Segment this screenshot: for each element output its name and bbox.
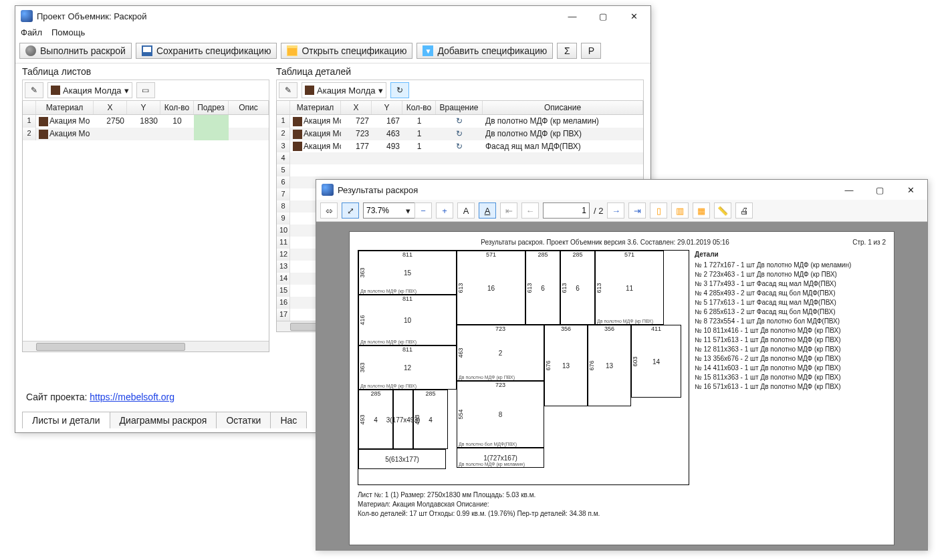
- add-spec-button[interactable]: Добавить спецификацию: [416, 43, 553, 59]
- detail-line: № 16 571x613 - 1 шт Дв полотно МДФ (кр П…: [695, 382, 851, 392]
- parts-tool-refresh[interactable]: ↻: [390, 82, 409, 98]
- tab-settings[interactable]: Нас: [270, 412, 307, 428]
- table-row[interactable]: 3 Акация Мо 177 493 1 Фасад ящ мал МДФ(П…: [277, 140, 643, 153]
- parts-title: Таблица деталей: [276, 63, 644, 80]
- p-button[interactable]: P: [581, 43, 601, 59]
- sheets-title: Таблица листов: [22, 63, 269, 80]
- maximize-button[interactable]: ▢: [588, 7, 618, 25]
- add-icon: [423, 45, 433, 56]
- close-button[interactable]: ✕: [618, 7, 649, 25]
- detail-line: № 13 356x676 - 2 шт Дв полотно МДФ (кр П…: [695, 354, 851, 364]
- rotate-icon: [456, 129, 463, 138]
- cut-piece: 1(727x167)Дв полотно МДФ (кр меламин): [457, 448, 544, 468]
- site-link[interactable]: https://mebelsoft.org: [90, 392, 174, 402]
- cut-piece: 6285613: [560, 251, 595, 325]
- cut-piece: 8723554Дв полотно бол МДФ(ПВХ): [457, 381, 544, 448]
- page-header: Результаты раскроя. Проект Объемник верс…: [358, 239, 852, 246]
- fit-width-icon[interactable]: ⬄: [320, 202, 338, 219]
- open-icon: [287, 45, 298, 56]
- detail-line: № 14 411x603 - 1 шт Дв полотно МДФ (кр П…: [695, 364, 851, 373]
- table-row[interactable]: 2 Акация Мо 723 463 1 Дв полотно МДФ (кр…: [277, 128, 643, 140]
- cut-piece: 3(177x493): [393, 390, 413, 449]
- table-row[interactable]: 4: [277, 152, 643, 164]
- sheets-tool-rect[interactable]: ▭: [136, 82, 155, 98]
- results-toolbar: ⬄ ⤢ ▾ − + A A ⇤ ← / 2 → ⇥ ▯ ▥ ▦ 📏 🖨: [316, 200, 927, 222]
- minimize-button[interactable]: —: [834, 180, 864, 199]
- prev-page-icon[interactable]: ←: [521, 202, 539, 219]
- rotate-icon: [456, 142, 463, 151]
- page-number-label: Стр. 1 из 2: [852, 239, 886, 246]
- next-page-icon[interactable]: →: [607, 202, 624, 219]
- page-input[interactable]: [543, 202, 590, 219]
- cut-piece: 12811363Дв полотно МДФ (кр ПВХ): [358, 345, 457, 390]
- tab-diagrams[interactable]: Диаграммы раскроя: [110, 412, 217, 428]
- cut-piece: 15811363Дв полотно МДФ (кр ПВХ): [358, 251, 457, 295]
- view-two-icon[interactable]: ▦: [693, 202, 710, 219]
- print-icon[interactable]: 🖨: [735, 202, 753, 219]
- run-icon: [25, 45, 36, 56]
- cut-piece: 5(613x177): [358, 449, 446, 469]
- table-row[interactable]: 1 Акация Мо 2750 1830 10: [23, 115, 269, 128]
- ruler-icon[interactable]: 📏: [714, 202, 731, 219]
- view-single-icon[interactable]: ▯: [650, 202, 667, 219]
- table-row[interactable]: 1 Акация Мо 727 167 1 Дв полотно МДФ (кр…: [277, 115, 643, 128]
- last-page-icon[interactable]: ⇥: [628, 202, 646, 219]
- sheets-hscroll[interactable]: [23, 341, 269, 352]
- detail-line: № 8 723x554 - 1 шт Дв полотно бол МДФ(ПВ…: [695, 317, 851, 326]
- results-canvas[interactable]: Результаты раскроя. Проект Объемник верс…: [316, 222, 927, 550]
- results-window: Результаты раскроя — ▢ ✕ ⬄ ⤢ ▾ − + A A ⇤…: [316, 179, 928, 551]
- cut-piece: 2723463Дв полотно МДФ (кр ПВХ): [457, 325, 544, 381]
- zoom-in-icon[interactable]: +: [436, 202, 453, 219]
- sigma-button[interactable]: Σ: [557, 43, 577, 59]
- minimize-button[interactable]: —: [557, 7, 588, 25]
- table-row[interactable]: 2 Акация Мо: [23, 128, 269, 140]
- cut-piece: 13356676: [544, 325, 588, 406]
- zoom-input[interactable]: [363, 202, 416, 219]
- sheets-table: Материал X Y Кол-во Подрез Опис 1 Акация…: [22, 101, 269, 352]
- cut-piece: 11571613Дв полотно МДФ (кр ПВХ): [595, 251, 664, 325]
- menu-file[interactable]: Файл: [21, 27, 42, 37]
- page-total: / 2: [594, 206, 603, 216]
- table-row[interactable]: 5: [277, 164, 643, 176]
- sheets-tool-pen[interactable]: ✎: [25, 82, 43, 98]
- maximize-button[interactable]: ▢: [864, 180, 895, 199]
- cut-piece: 4285493: [413, 390, 448, 449]
- open-spec-button[interactable]: Открыть спецификацию: [281, 43, 412, 59]
- text-tool-icon[interactable]: A: [457, 202, 475, 219]
- run-cut-button[interactable]: Выполнить раскрой: [19, 43, 132, 59]
- detail-line: № 11 571x613 - 1 шт Дв полотно МДФ (кр П…: [695, 335, 851, 345]
- results-title: Результаты раскроя: [338, 185, 834, 195]
- detail-line: № 3 177x493 - 1 шт Фасад ящ мал МДФ(ПВХ): [695, 279, 851, 289]
- fit-page-icon[interactable]: ⤢: [342, 202, 359, 219]
- sheets-pane: Таблица листов ✎ Акация Молда▾ ▭ Материа…: [22, 63, 269, 352]
- parts-tool-pen[interactable]: ✎: [279, 82, 298, 98]
- tab-scraps[interactable]: Остатки: [216, 412, 271, 428]
- parts-material-select[interactable]: Акация Молда▾: [302, 82, 386, 98]
- detail-line: № 12 811x363 - 1 шт Дв полотно МДФ (кр П…: [695, 345, 851, 354]
- app-icon: [322, 184, 334, 196]
- close-button[interactable]: ✕: [895, 180, 926, 199]
- save-icon: [142, 45, 152, 56]
- rotate-icon: [456, 116, 463, 126]
- main-menubar: Файл Помощь: [15, 26, 650, 39]
- menu-help[interactable]: Помощь: [51, 27, 85, 37]
- detail-line: № 5 177x613 - 1 шт Фасад ящ мал МДФ(ПВХ): [695, 298, 851, 307]
- cut-piece: 14411603: [631, 325, 681, 398]
- save-spec-button[interactable]: Сохранить спецификацию: [136, 43, 277, 59]
- select-tool-icon[interactable]: A: [479, 202, 496, 219]
- view-continuous-icon[interactable]: ▥: [671, 202, 689, 219]
- first-page-icon[interactable]: ⇤: [500, 202, 517, 219]
- detail-line: № 6 285x613 - 2 шт Фасад ящ бол МДФ(ПВХ): [695, 307, 851, 317]
- main-title: Проект Объемник: Раскрой: [37, 11, 557, 21]
- tab-sheets-parts[interactable]: Листы и детали: [22, 412, 110, 428]
- app-icon: [21, 10, 33, 22]
- results-titlebar: Результаты раскроя — ▢ ✕: [316, 180, 927, 200]
- results-page: Результаты раскроя. Проект Объемник верс…: [349, 231, 895, 545]
- detail-line: № 2 723x463 - 1 шт Дв полотно МДФ (кр ПВ…: [695, 270, 851, 279]
- zoom-out-icon[interactable]: −: [414, 202, 432, 219]
- detail-line: № 1 727x167 - 1 шт Дв полотно МДФ (кр ме…: [695, 261, 851, 270]
- sheets-material-select[interactable]: Акация Молда▾: [47, 82, 132, 98]
- cut-piece: 13356676: [588, 325, 631, 406]
- cut-piece: 16571613: [457, 251, 525, 325]
- material-swatch: [305, 86, 314, 95]
